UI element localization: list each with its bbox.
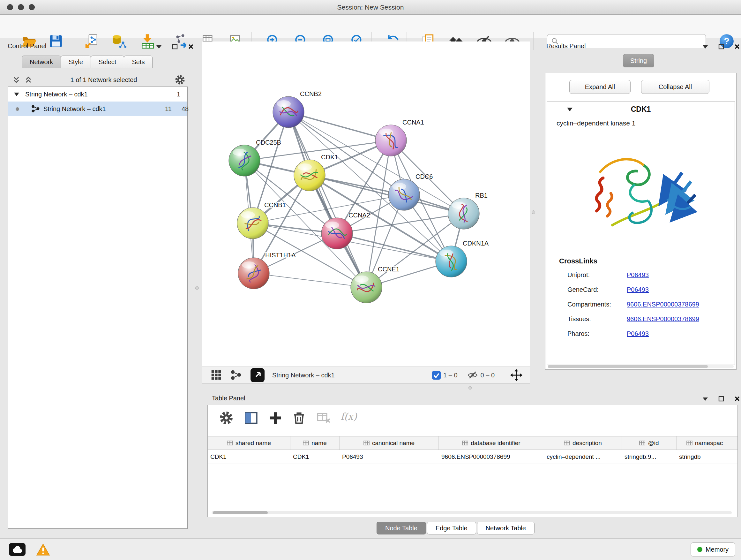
column-type-icon — [363, 441, 369, 445]
table-panel: f(x) shared namenamecanonical namedataba… — [207, 405, 738, 517]
collapse-all-button[interactable]: Collapse All — [641, 80, 710, 94]
table-cell[interactable]: cyclin–dependent ... — [544, 450, 622, 463]
zoom-window-button[interactable] — [29, 4, 35, 10]
crosslink-value-link[interactable]: 9606.ENSP00000378699 — [627, 301, 699, 308]
network-node-CCNB2[interactable]: CCNB2 — [273, 90, 322, 128]
show-columns-icon[interactable] — [244, 408, 258, 428]
column-header-description[interactable]: description — [544, 436, 622, 449]
network-birdseye-icon[interactable] — [230, 370, 241, 381]
table-cell[interactable]: 9606.ENSP00000378699 — [439, 450, 544, 463]
network-row[interactable]: String Network – cdk1 11 48 — [8, 102, 187, 116]
left-splitter-handle[interactable] — [195, 287, 199, 290]
network-node-CCNA1[interactable]: CCNA1 — [375, 119, 424, 156]
table-cell[interactable]: stringdb — [677, 450, 733, 463]
import-network-file-icon[interactable] — [84, 33, 99, 49]
expand-all-icon[interactable] — [24, 75, 32, 84]
control-panel-title: Control Panel — [8, 43, 46, 50]
network-node-RB1[interactable]: RB1 — [448, 192, 488, 229]
network-node-CDK1[interactable]: CDK1 — [294, 153, 338, 191]
network-collection-row[interactable]: String Network – cdk1 1 — [8, 87, 187, 102]
crosslink-value-link[interactable]: P06493 — [627, 271, 649, 279]
close-panel-icon[interactable] — [734, 44, 740, 50]
collapse-all-icon[interactable] — [12, 75, 20, 84]
collection-label: String Network – cdk1 — [25, 91, 88, 98]
crosslink-value-link[interactable]: 9606.ENSP00000378699 — [627, 315, 699, 323]
current-network-dot — [16, 107, 19, 111]
column-header-database-identifier[interactable]: database identifier — [439, 436, 544, 449]
tab-style[interactable]: Style — [61, 56, 91, 68]
move-crosshair-icon[interactable] — [510, 369, 523, 381]
column-type-icon — [462, 441, 468, 445]
column-header-canonical-name[interactable]: canonical name — [340, 436, 439, 449]
collection-count: 1 — [177, 91, 180, 98]
column-header-name[interactable]: name — [290, 436, 340, 449]
import-table-icon[interactable] — [140, 33, 156, 49]
crosslink-label: Tissues: — [567, 315, 627, 323]
tab-node-table[interactable]: Node Table — [377, 522, 426, 535]
node-label: CCNA2 — [348, 212, 370, 219]
network-view-title: String Network – cdk1 — [272, 372, 335, 379]
table-cell[interactable]: CDK1 — [208, 450, 290, 463]
maximize-panel-icon[interactable] — [718, 44, 724, 50]
tab-select[interactable]: Select — [91, 56, 125, 68]
tab-sets[interactable]: Sets — [124, 56, 152, 68]
warning-icon[interactable] — [36, 543, 51, 556]
expand-all-button[interactable]: Expand All — [569, 80, 630, 94]
maximize-panel-icon[interactable] — [718, 395, 724, 402]
right-splitter-handle[interactable] — [532, 210, 535, 214]
table-cell[interactable]: stringdb:9... — [622, 450, 677, 463]
maximize-panel-icon[interactable] — [172, 44, 178, 50]
table-cell[interactable]: P06493 — [340, 450, 439, 463]
selected-checkbox-icon[interactable] — [432, 371, 441, 380]
table-cell[interactable]: CDK1 — [290, 450, 340, 463]
table-row[interactable]: CDK1CDK1P064939606.ENSP00000378699cyclin… — [208, 450, 738, 464]
tab-string[interactable]: String — [623, 54, 654, 67]
control-panel-tabs: NetworkStyleSelectSets — [22, 56, 152, 68]
create-column-plus-icon[interactable] — [268, 408, 282, 428]
column-type-icon — [686, 441, 692, 445]
crosslink-value-link[interactable]: P06493 — [627, 286, 649, 294]
column-header-namespac[interactable]: namespac — [677, 436, 733, 449]
network-node-HIST1H1A[interactable]: HIST1H1A — [238, 252, 296, 289]
node-label: CDC25B — [256, 139, 281, 146]
cloud-button[interactable] — [9, 543, 25, 556]
window-controls — [7, 4, 35, 10]
save-session-icon[interactable] — [48, 33, 64, 49]
import-network-database-icon[interactable] — [111, 33, 127, 49]
crosslink-value-link[interactable]: P06493 — [627, 330, 649, 337]
grid-view-icon[interactable] — [211, 369, 222, 381]
gear-icon[interactable] — [175, 75, 185, 85]
close-panel-icon[interactable] — [734, 395, 740, 402]
memory-button[interactable]: Memory — [690, 543, 735, 557]
crosslink-row: Compartments:9606.ENSP00000378699 — [547, 297, 735, 312]
close-panel-icon[interactable] — [188, 44, 194, 50]
window-title: Session: New Session — [337, 3, 404, 11]
string-network-graph[interactable]: CCNB2CCNA1CDC25BCDK1CDC6RB1CCNB1CCNA2CDK… — [202, 42, 530, 367]
float-panel-icon[interactable] — [702, 44, 709, 49]
protein-section-header[interactable]: CDK1 — [547, 102, 735, 117]
hidden-eye-slash-icon[interactable] — [467, 371, 478, 380]
table-type-tabs: Node TableEdge TableNetwork Table — [377, 522, 535, 535]
node-label: CDK1 — [321, 153, 338, 161]
open-view-in-window-icon[interactable] — [251, 368, 265, 382]
collection-expander-icon[interactable] — [14, 92, 19, 97]
protein-structure-image — [547, 137, 735, 252]
network-canvas[interactable]: CCNB2CCNA1CDC25BCDK1CDC6RB1CCNB1CCNA2CDK… — [202, 42, 530, 367]
column-header-shared-name[interactable]: shared name — [208, 436, 290, 449]
float-panel-icon[interactable] — [702, 396, 709, 401]
results-hscrollbar[interactable] — [548, 365, 734, 368]
bottom-splitter-handle[interactable] — [468, 386, 472, 389]
column-header--id[interactable]: @id — [622, 436, 677, 449]
table-gear-icon[interactable] — [219, 408, 233, 428]
section-collapse-icon[interactable] — [567, 107, 573, 112]
delete-column-trash-icon[interactable] — [292, 408, 306, 428]
close-window-button[interactable] — [7, 4, 13, 10]
float-panel-icon[interactable] — [156, 44, 162, 49]
table-hscrollbar[interactable] — [212, 511, 732, 514]
network-label: String Network – cdk1 — [44, 105, 106, 113]
tab-edge-table[interactable]: Edge Table — [427, 522, 476, 535]
tab-network-table[interactable]: Network Table — [477, 522, 535, 535]
minimize-window-button[interactable] — [18, 4, 24, 10]
tab-network[interactable]: Network — [22, 56, 61, 68]
network-node-CCNB1[interactable]: CCNB1 — [237, 201, 286, 239]
